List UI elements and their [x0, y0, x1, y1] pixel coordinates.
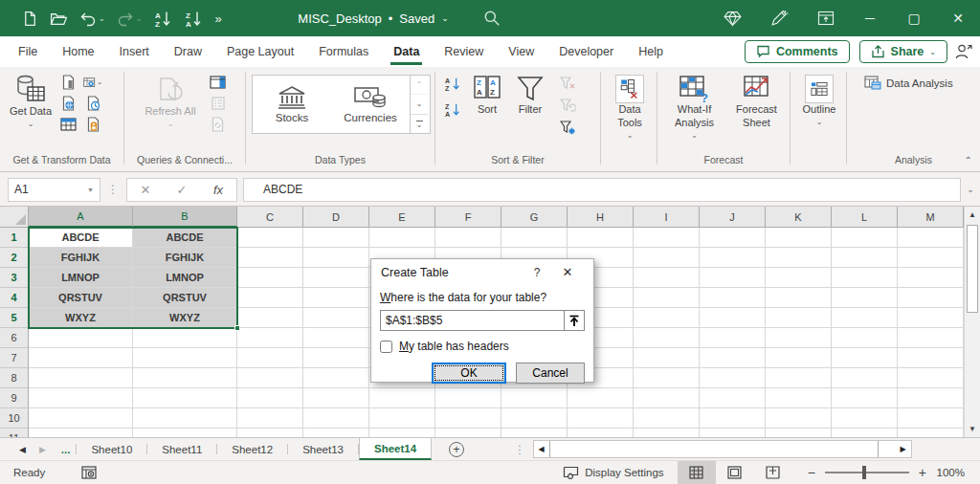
- tab-file[interactable]: File: [6, 36, 50, 67]
- cell-M8[interactable]: [898, 368, 964, 388]
- cell-J7[interactable]: [700, 348, 766, 368]
- cell-J2[interactable]: [700, 248, 766, 268]
- row-header-5[interactable]: 5: [0, 308, 29, 328]
- cell-D8[interactable]: [303, 368, 369, 388]
- cell-B4[interactable]: QRSTUV: [133, 288, 237, 308]
- currencies-data-type[interactable]: Currencies: [331, 76, 410, 133]
- sort-za-button[interactable]: Z A: [179, 7, 208, 31]
- name-box[interactable]: A1 ▼: [8, 178, 100, 202]
- column-header-I[interactable]: I: [634, 207, 700, 228]
- cell-C10[interactable]: [237, 408, 303, 429]
- cell-A8[interactable]: [29, 368, 133, 388]
- from-table-range-button[interactable]: [58, 116, 78, 133]
- cell-M1[interactable]: [898, 228, 964, 248]
- cell-G9[interactable]: [501, 388, 568, 408]
- what-if-analysis-button[interactable]: ? What-If Analysis ⌄: [663, 72, 725, 143]
- cell-B11[interactable]: [133, 429, 237, 437]
- gallery-down-button[interactable]: ⌄: [411, 95, 428, 114]
- horizontal-scroll-thumb[interactable]: [549, 441, 879, 457]
- cell-D3[interactable]: [303, 268, 369, 288]
- cell-M9[interactable]: [898, 388, 964, 408]
- sort-az-small-button[interactable]: AZ: [444, 76, 463, 93]
- tab-home[interactable]: Home: [50, 36, 106, 67]
- cell-G10[interactable]: [501, 408, 568, 429]
- new-file-button[interactable]: [17, 8, 43, 30]
- sheet-tab-sheet10[interactable]: Sheet10: [77, 438, 146, 460]
- select-all-corner[interactable]: [0, 207, 29, 228]
- sheet-tab-sheet11[interactable]: Sheet11: [147, 438, 216, 460]
- coming-soon-button[interactable]: [710, 0, 754, 36]
- cell-G11[interactable]: [501, 429, 568, 437]
- cell-A11[interactable]: [29, 429, 133, 437]
- cell-J11[interactable]: [700, 429, 766, 437]
- tab-help[interactable]: Help: [626, 36, 676, 67]
- cell-D9[interactable]: [303, 388, 369, 408]
- cell-J9[interactable]: [700, 388, 766, 408]
- chevron-down-icon[interactable]: ⌄: [99, 14, 105, 23]
- cell-A1[interactable]: ABCDE: [29, 228, 133, 248]
- cell-B2[interactable]: FGHIJK: [133, 248, 237, 268]
- cancel-button[interactable]: Cancel: [516, 363, 585, 384]
- customize-qat-button[interactable]: »: [210, 9, 226, 29]
- cell-J5[interactable]: [700, 308, 766, 328]
- cell-M3[interactable]: [898, 268, 964, 288]
- display-settings-button[interactable]: Display Settings: [549, 461, 677, 484]
- column-header-F[interactable]: F: [435, 207, 501, 228]
- row-header-10[interactable]: 10: [0, 408, 29, 429]
- cell-K6[interactable]: [766, 328, 832, 348]
- cell-I3[interactable]: [634, 268, 700, 288]
- cell-D7[interactable]: [303, 348, 369, 368]
- zoom-slider-track[interactable]: [825, 472, 909, 473]
- cell-B6[interactable]: [133, 328, 237, 348]
- cell-I1[interactable]: [634, 228, 700, 248]
- data-tools-button[interactable]: Data Tools ⌄: [607, 72, 653, 143]
- formula-bar-drag-handle[interactable]: ⋮: [100, 183, 126, 196]
- cell-J1[interactable]: [700, 228, 766, 248]
- cell-I9[interactable]: [634, 388, 700, 408]
- sort-button[interactable]: ZA AZ Sort: [469, 72, 505, 120]
- cell-L2[interactable]: [832, 248, 898, 268]
- cell-B9[interactable]: [133, 388, 237, 408]
- cell-C5[interactable]: [237, 308, 303, 328]
- cell-B5[interactable]: WXYZ: [133, 308, 237, 328]
- scroll-track[interactable]: [879, 441, 896, 457]
- row-header-6[interactable]: 6: [0, 328, 29, 348]
- cell-C6[interactable]: [237, 328, 303, 348]
- cell-C2[interactable]: [237, 248, 303, 268]
- cell-M5[interactable]: [898, 308, 964, 328]
- advanced-filter-button[interactable]: [558, 119, 577, 136]
- my-table-has-headers-checkbox[interactable]: [380, 341, 392, 353]
- column-header-E[interactable]: E: [369, 207, 435, 228]
- gallery-more-button[interactable]: ⌄: [411, 115, 428, 133]
- scroll-left-button[interactable]: ◀: [534, 441, 549, 457]
- cell-J8[interactable]: [700, 368, 766, 388]
- cell-I10[interactable]: [634, 408, 700, 429]
- collapse-ribbon-button[interactable]: ⌃: [965, 155, 972, 165]
- tab-view[interactable]: View: [496, 36, 546, 67]
- ribbon-display-options-button[interactable]: [804, 0, 848, 36]
- cell-I5[interactable]: [634, 308, 700, 328]
- minimize-button[interactable]: ─: [848, 0, 892, 36]
- cell-J3[interactable]: [700, 268, 766, 288]
- horizontal-scrollbar[interactable]: ◀ ▶: [533, 440, 912, 458]
- cell-K4[interactable]: [766, 288, 832, 308]
- row-header-11[interactable]: 11: [0, 429, 29, 437]
- cell-C3[interactable]: [237, 268, 303, 288]
- cell-L7[interactable]: [832, 348, 898, 368]
- dialog-help-button[interactable]: ?: [523, 266, 551, 279]
- from-text-file-button[interactable]: [58, 74, 78, 91]
- cell-I2[interactable]: [634, 248, 700, 268]
- more-sheets-button[interactable]: ...: [56, 438, 77, 460]
- cell-E1[interactable]: [369, 228, 435, 248]
- cell-E11[interactable]: [369, 429, 435, 437]
- cell-A9[interactable]: [29, 388, 133, 408]
- cell-D5[interactable]: [303, 308, 369, 328]
- forecast-sheet-button[interactable]: Forecast Sheet: [727, 72, 786, 133]
- cell-K8[interactable]: [766, 368, 832, 388]
- cell-M2[interactable]: [898, 248, 964, 268]
- cell-A3[interactable]: LMNOP: [29, 268, 133, 288]
- cell-C4[interactable]: [237, 288, 303, 308]
- column-header-M[interactable]: M: [898, 207, 964, 228]
- new-sheet-button[interactable]: +: [449, 438, 464, 460]
- vertical-scrollbar[interactable]: ▲ ▼: [964, 207, 980, 437]
